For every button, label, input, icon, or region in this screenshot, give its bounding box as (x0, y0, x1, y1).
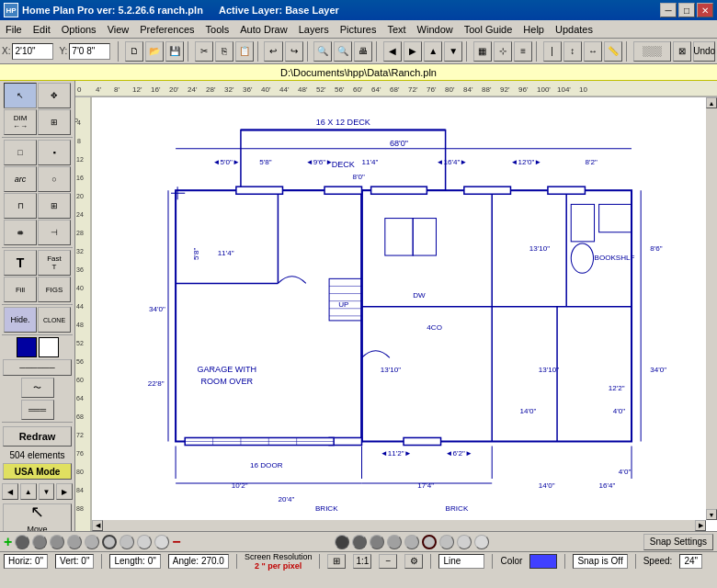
close-button[interactable]: ✕ (697, 3, 713, 17)
zoom-circle-1[interactable] (335, 535, 349, 549)
zoom-circle-7[interactable] (439, 535, 454, 549)
fill-rect-tool[interactable]: ▪ (38, 140, 71, 165)
zoom-btn-1[interactable] (15, 535, 29, 549)
nav-btn-down[interactable]: ▼ (39, 483, 55, 500)
zoom-minus-button[interactable]: − (172, 535, 180, 549)
arrow-up-button[interactable]: ▲ (424, 41, 442, 62)
foreground-color[interactable] (17, 337, 37, 357)
scroll-down-button[interactable]: ▼ (706, 509, 717, 520)
vertical-scrollbar[interactable]: ▲ ▼ (706, 97, 717, 520)
zoom-btn-7[interactable] (120, 535, 134, 549)
maximize-button[interactable]: □ (678, 3, 695, 17)
redo-button[interactable]: ↪ (285, 41, 303, 62)
stair-tool[interactable]: ⩩ (4, 220, 37, 245)
color-swatch[interactable] (529, 554, 557, 569)
menu-file[interactable]: File (0, 20, 28, 38)
zoom-btn-9[interactable] (154, 535, 169, 549)
zoom-circle-3[interactable] (370, 535, 384, 549)
background-color[interactable] (39, 337, 59, 357)
properties-button[interactable]: ⚙ (404, 554, 423, 569)
cut-button[interactable]: ✂ (195, 41, 213, 62)
nav-btn-right[interactable]: ▶ (56, 483, 73, 500)
move-selection-button[interactable]: ↖ MoveSelection2 " (3, 503, 72, 531)
redraw-button[interactable]: Redraw (3, 426, 72, 447)
rect-tool[interactable]: □ (4, 140, 37, 165)
zoom-circle-5[interactable] (404, 535, 419, 549)
zoom-actual-button[interactable]: 1:1 (353, 554, 371, 569)
zoom-btn-5[interactable] (85, 535, 99, 549)
nav-btn-left[interactable]: ◀ (2, 483, 18, 500)
window-tool[interactable]: ⊞ (38, 193, 71, 219)
copy-button[interactable]: ⎘ (215, 41, 233, 62)
menu-tools[interactable]: Tools (200, 20, 235, 38)
figs-tool[interactable]: FIGS (38, 277, 71, 302)
menu-edit[interactable]: Edit (28, 20, 56, 38)
break-tool[interactable]: ⊣ (38, 220, 71, 245)
circle-tool[interactable]: ○ (38, 166, 71, 192)
arrow-right-button[interactable]: ▶ (404, 41, 422, 62)
arc-tool[interactable]: arc (4, 166, 37, 192)
save-button[interactable]: 💾 (165, 41, 184, 62)
zoom-circle-2[interactable] (352, 535, 367, 549)
menu-pictures[interactable]: Pictures (335, 20, 382, 38)
measure-button[interactable]: 📏 (604, 41, 622, 62)
print-button[interactable]: 🖶 (354, 41, 372, 62)
hide-button[interactable]: Hide. (4, 307, 37, 333)
zoom-plus-button[interactable]: + (4, 535, 12, 549)
scroll-left-button[interactable]: ◀ (92, 520, 103, 531)
toolbar-btn-c[interactable]: ↔ (584, 41, 602, 62)
menu-options[interactable]: Options (56, 20, 102, 38)
zoom-in-button[interactable]: 🔍 (313, 41, 332, 62)
horizontal-scrollbar[interactable]: ◀ ▶ (92, 520, 706, 531)
fill-tool[interactable]: Fill (4, 277, 37, 302)
select-tool[interactable]: ↖ (4, 83, 37, 108)
menu-layers[interactable]: Layers (293, 20, 335, 38)
usa-mode-button[interactable]: USA Mode (3, 463, 72, 480)
zoom-btn-3[interactable] (50, 535, 64, 549)
zoom-circle-6[interactable] (422, 535, 437, 549)
menu-window[interactable]: Window (412, 20, 459, 38)
drawing-canvas[interactable]: 16 X 12 DECK 68'0" ◄5'0"► 5'8" ◄9'6"► 11… (92, 97, 706, 520)
zoom-out-button[interactable]: 🔍 (334, 41, 352, 62)
canvas-area[interactable]: 0 4' 8' 12' 16' 20' 24' 28' 32' 36' 40' … (75, 81, 717, 531)
zoom-circle-8[interactable] (457, 535, 472, 549)
dim-tool[interactable]: DIM←→ (4, 109, 37, 135)
pattern-tool[interactable]: ═══ (21, 400, 54, 420)
zoom-btn-6[interactable] (102, 535, 117, 549)
minimize-button[interactable]: ─ (660, 3, 677, 17)
toolbar-btn-b[interactable]: ↕ (563, 41, 582, 62)
scroll-up-button[interactable]: ▲ (706, 97, 717, 108)
zoom-fit-button[interactable]: ⊞ (327, 554, 346, 569)
fast-text-tool[interactable]: FastT (38, 250, 71, 276)
open-button[interactable]: 📂 (145, 41, 164, 62)
menu-text[interactable]: Text (381, 20, 411, 38)
toolbar-btn-a[interactable]: | (543, 41, 562, 62)
curve-tool[interactable]: 〜 (21, 378, 54, 398)
zoom-btn-8[interactable] (137, 535, 152, 549)
zoom-circle-9[interactable] (474, 535, 489, 549)
extra-btn-2[interactable]: ⊠ (673, 41, 691, 62)
door-tool[interactable]: ⊓ (4, 193, 37, 219)
zoom-btn-4[interactable] (67, 535, 82, 549)
paste-button[interactable]: 📋 (235, 41, 254, 62)
new-button[interactable]: 🗋 (125, 41, 143, 62)
zoom-circle-4[interactable] (387, 535, 402, 549)
clone-button[interactable]: CLONE (38, 307, 71, 333)
menu-autodraw[interactable]: Auto Draw (234, 20, 292, 38)
snap-settings-button[interactable]: Snap Settings (643, 534, 713, 550)
menu-view[interactable]: View (102, 20, 135, 38)
menu-preferences[interactable]: Preferences (134, 20, 199, 38)
extra-btn-3[interactable]: Undo (693, 41, 715, 62)
arrow-down-button[interactable]: ▼ (444, 41, 462, 62)
move-tool[interactable]: ✥ (38, 83, 71, 108)
layer-button[interactable]: ≡ (514, 41, 532, 62)
menu-help[interactable]: Help (518, 20, 550, 38)
snap-button[interactable]: ⊹ (494, 41, 512, 62)
zoom-btn-2[interactable] (32, 535, 47, 549)
menu-updates[interactable]: Updates (550, 20, 598, 38)
zoom-out-status-button[interactable]: − (379, 554, 397, 569)
line-style-tool[interactable]: ────── (3, 359, 72, 376)
menu-toolguide[interactable]: Tool Guide (459, 20, 518, 38)
sign-tool[interactable]: ⊞ (38, 109, 71, 135)
grid-button[interactable]: ▦ (473, 41, 492, 62)
